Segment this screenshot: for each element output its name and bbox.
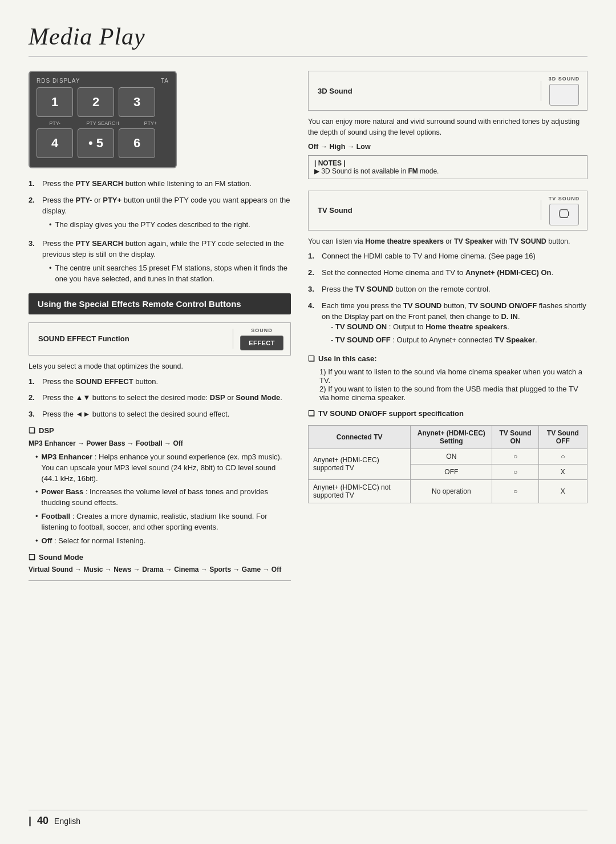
table-cell-off-3: X [538, 479, 587, 503]
sound-mode-header: Sound Mode [29, 552, 291, 563]
language-label: English [54, 817, 80, 826]
use-case-1: 1) If you want to listen to the sound vi… [319, 368, 587, 385]
use-case-2: 2) If you want to listen to the sound fr… [319, 385, 587, 402]
remote-top-buttons: 1 2 3 [37, 87, 169, 117]
remote-bottom-buttons: 4 • 5 6 [37, 128, 169, 158]
3d-sound-row: 3D Sound 3D SOUND [308, 71, 587, 111]
table-cell-connected-3: Anynet+ (HDMI-CEC) not supported TV [309, 479, 411, 503]
tv-step-4: 4. Each time you press the TV SOUND butt… [308, 301, 587, 348]
se-step-2: 2. Press the ▲▼ buttons to select the de… [29, 393, 291, 403]
dsp-header: DSP [29, 426, 291, 437]
step3-bullet-1: The centre unit searches 15 preset FM st… [49, 263, 291, 285]
remote-btn-1: 1 [37, 87, 73, 117]
dsp-bullet-2: Power Bass : Increases the volume level … [35, 487, 291, 508]
remote-btn-2: 2 [78, 87, 114, 117]
rds-display-label: RDS DISPLAY [37, 78, 80, 84]
right-column: 3D Sound 3D SOUND You can enjoy more nat… [308, 71, 587, 588]
3d-sound-btn-cell: 3D SOUND [541, 71, 587, 110]
dsp-bullets: MP3 Enhancer : Helps enhance your sound … [29, 452, 291, 547]
step2-bullet-1: The display gives you the PTY codes desc… [49, 220, 291, 231]
pty-plus-label: PTY+ [132, 120, 169, 126]
table-header-setting: Anynet+ (HDMI-CEC) Setting [411, 425, 492, 449]
mp3-arrow: MP3 Enhancer → Power Bass → Football → O… [29, 439, 291, 447]
tv-support-header: TV SOUND ON/OFF support specification [308, 409, 587, 419]
tv-sub-bullet-1: TV SOUND ON : Output to Home theatre spe… [322, 322, 587, 333]
3d-sound-label: 3D Sound [309, 81, 541, 101]
remote-control-image: RDS DISPLAY TA 1 2 3 PTY- PTY SEARCH PTY… [29, 71, 177, 168]
tv-step-3: 3. Press the TV SOUND button on the remo… [308, 284, 587, 295]
pty-steps-list: 1. Press the PTY SEARCH button while lis… [29, 179, 291, 288]
use-case-items: 1) If you want to listen to the sound vi… [308, 368, 587, 402]
table-header-off: TV Sound OFF [538, 425, 587, 449]
pty-minus-label: PTY- [37, 120, 73, 126]
sound-mode-arrow: Virtual Sound → Music → News → Drama → C… [29, 566, 291, 574]
3d-sound-btn-top-label: 3D SOUND [549, 76, 580, 82]
se-step-1: 1. Press the SOUND EFFECT button. [29, 377, 291, 387]
notes-box: | NOTES | ▶ 3D Sound is not available in… [308, 155, 587, 179]
tv-sound-button[interactable]: 🖵 [549, 204, 579, 225]
tv-sound-btn-top-label: TV SOUND [549, 196, 580, 201]
tv-sound-section: TV Sound TV SOUND 🖵 You can listen via H… [308, 191, 587, 503]
table-cell-off-1: ○ [538, 449, 587, 464]
remote-btn-5: • 5 [78, 128, 114, 158]
dsp-bullet-3: Football : Creates a more dynamic, reali… [35, 511, 291, 533]
divider [29, 580, 291, 581]
3d-sound-button[interactable] [549, 84, 579, 106]
tv-sound-desc: You can listen via Home theatre speakers… [308, 236, 587, 247]
tv-step-2: 2. Set the connected Home cinema and TV … [308, 268, 587, 278]
tv-sound-steps: 1. Connect the HDMI cable to TV and Home… [308, 251, 587, 348]
two-col-layout: RDS DISPLAY TA 1 2 3 PTY- PTY SEARCH PTY… [29, 71, 587, 588]
notes-text: ▶ 3D Sound is not available in FM mode. [314, 167, 439, 175]
table-row-1: Anynet+ (HDMI-CEC) supported TV ON ○ ○ [309, 449, 587, 464]
3d-sound-section: 3D Sound 3D SOUND You can enjoy more nat… [308, 71, 587, 179]
use-case-header: Use in this case: [308, 354, 587, 365]
table-cell-on-1: ○ [492, 449, 538, 464]
tv-sound-row: TV Sound TV SOUND 🖵 [308, 191, 587, 231]
notes-title: | NOTES | [314, 159, 346, 167]
dsp-bullet-4: Off : Select for normal listening. [35, 536, 291, 547]
page-number: | [29, 815, 31, 827]
page-title: Media Play [29, 23, 587, 50]
table-cell-on-3: ○ [492, 479, 538, 503]
step2-bullets: The display gives you the PTY codes desc… [42, 220, 291, 231]
dsp-bullet-1: MP3 Enhancer : Helps enhance your sound … [35, 452, 291, 484]
tv-step-1: 1. Connect the HDMI cable to TV and Home… [308, 251, 587, 262]
table-cell-setting-3: No operation [411, 479, 492, 503]
table-cell-on-2: ○ [492, 464, 538, 479]
table-row-3: Anynet+ (HDMI-CEC) not supported TV No o… [309, 479, 587, 503]
title-section: Media Play [29, 23, 587, 57]
sound-effect-function-row: SOUND EFFECT Function SOUND EFFECT [29, 322, 291, 356]
sound-effect-button-cell: SOUND EFFECT [233, 323, 290, 355]
special-effects-header: Using the Special Effects Remote Control… [29, 293, 291, 314]
off-high-low: Off → High → Low [308, 143, 587, 151]
page-number-value: 40 [37, 815, 48, 827]
remote-header: RDS DISPLAY TA [37, 78, 169, 84]
remote-btn-6: 6 [119, 128, 155, 158]
sound-effect-label: SOUND EFFECT Function [29, 329, 233, 349]
pty-step-2: 2. Press the PTY- or PTY+ button until t… [29, 195, 291, 233]
tv-sub-bullet-2: TV SOUND OFF : Output to Anynet+ connect… [322, 335, 587, 346]
ta-label: TA [161, 78, 169, 84]
se-step-3: 3. Press the ◄► buttons to select the de… [29, 409, 291, 420]
3d-sound-desc: You can enjoy more natural and vivid sur… [308, 116, 587, 138]
pty-search-label: PTY SEARCH [84, 120, 121, 126]
sound-label: SOUND [251, 328, 273, 333]
page-container: Media Play RDS DISPLAY TA 1 2 3 PTY- PTY… [0, 0, 616, 844]
left-column: RDS DISPLAY TA 1 2 3 PTY- PTY SEARCH PTY… [29, 71, 291, 588]
sound-effect-desc: Lets you select a mode that optimizes th… [29, 361, 291, 372]
table-cell-setting-2: OFF [411, 464, 492, 479]
pty-step-3: 3. Press the PTY SEARCH button again, wh… [29, 239, 291, 287]
pty-step-1: 1. Press the PTY SEARCH button while lis… [29, 179, 291, 189]
tv-sound-label: TV Sound [309, 200, 541, 220]
sound-effect-steps: 1. Press the SOUND EFFECT button. 2. Pre… [29, 377, 291, 421]
remote-btn-3: 3 [119, 87, 155, 117]
tv-sound-btn-cell: TV SOUND 🖵 [541, 191, 587, 230]
tv-sound-table: Connected TV Anynet+ (HDMI-CEC) Setting … [308, 425, 587, 503]
remote-sub-labels: PTY- PTY SEARCH PTY+ [37, 120, 169, 126]
footer: | 40 English [29, 810, 587, 827]
sound-effect-button[interactable]: EFFECT [240, 336, 283, 350]
table-cell-off-2: X [538, 464, 587, 479]
table-cell-setting-1: ON [411, 449, 492, 464]
table-cell-connected-1: Anynet+ (HDMI-CEC) supported TV [309, 449, 411, 479]
step3-bullets: The centre unit searches 15 preset FM st… [42, 263, 291, 285]
